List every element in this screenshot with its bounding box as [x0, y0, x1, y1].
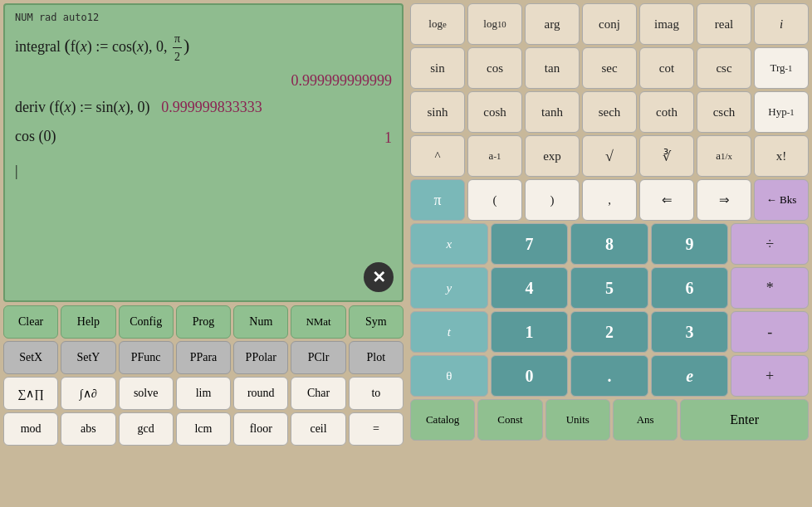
ppara-btn[interactable]: PPara [176, 341, 231, 374]
r-row-2: sin cos tan sec cot csc Trg-1 [410, 47, 809, 89]
var-theta-btn[interactable]: θ [410, 355, 488, 397]
help-btn[interactable]: Help [61, 305, 115, 339]
num2-btn[interactable]: 2 [570, 311, 648, 353]
status-bar: NUM rad auto12 [15, 12, 392, 23]
num1-btn[interactable]: 1 [491, 311, 569, 353]
nth-root-btn[interactable]: a1/x [697, 135, 751, 177]
mod-btn[interactable]: mod [3, 412, 58, 446]
solve-btn[interactable]: solve [119, 377, 174, 410]
tan-btn[interactable]: tan [525, 47, 580, 89]
power-btn[interactable]: ^ [410, 135, 465, 177]
pi-btn[interactable]: π [410, 179, 465, 221]
cos-btn[interactable]: cos [467, 47, 522, 89]
trg-inv-btn[interactable]: Trg-1 [754, 47, 809, 89]
sym-btn[interactable]: Sym [349, 305, 404, 339]
factorial-btn[interactable]: x! [754, 135, 809, 177]
subtract-btn[interactable]: - [731, 311, 809, 353]
rparen-btn[interactable]: ) [525, 179, 580, 221]
hyp-inv-btn[interactable]: Hyp-1 [754, 91, 809, 133]
plot-btn[interactable]: Plot [349, 341, 404, 374]
catalog-btn[interactable]: Catalog [410, 399, 475, 441]
comma-btn[interactable]: , [582, 179, 637, 221]
r-row-1: loge log10 arg conj imag real i [410, 3, 809, 45]
cbrt-btn[interactable]: ∛ [639, 135, 694, 177]
num8-btn[interactable]: 8 [570, 223, 648, 265]
right-arrow-btn[interactable]: ⇒ [697, 179, 751, 221]
lparen-btn[interactable]: ( [467, 179, 522, 221]
ans-btn[interactable]: Ans [613, 399, 677, 441]
log10-btn[interactable]: log10 [467, 3, 522, 45]
num3-btn[interactable]: 3 [651, 311, 729, 353]
enter-btn[interactable]: Enter [680, 399, 809, 441]
sum-btn[interactable]: ∑∧∏ [3, 377, 58, 410]
csch-btn[interactable]: csch [697, 91, 751, 133]
round-btn[interactable]: round [233, 377, 288, 410]
backspace-btn[interactable]: ← Bks [754, 179, 809, 221]
gcd-btn[interactable]: gcd [119, 412, 174, 446]
ppolar-btn[interactable]: PPolar [233, 341, 288, 374]
real-btn[interactable]: real [697, 3, 751, 45]
tanh-btn[interactable]: tanh [525, 91, 580, 133]
units-btn[interactable]: Units [545, 399, 610, 441]
cot-btn[interactable]: cot [639, 47, 694, 89]
const-btn[interactable]: Const [477, 399, 542, 441]
char-btn[interactable]: Char [291, 377, 345, 410]
r-row-3: sinh cosh tanh sech coth csch Hyp-1 [410, 91, 809, 133]
integral-btn[interactable]: ∫∧∂ [61, 377, 115, 410]
num-btn[interactable]: Num [233, 305, 288, 339]
clear-button[interactable]: ✕ [364, 262, 394, 292]
num4-btn[interactable]: 4 [491, 267, 569, 309]
sin-btn[interactable]: sin [410, 47, 465, 89]
var-x-btn[interactable]: x [410, 223, 488, 265]
sinh-btn[interactable]: sinh [410, 91, 465, 133]
r-row-7: y 4 5 6 * [410, 267, 809, 309]
lim-btn[interactable]: lim [176, 377, 231, 410]
to-btn[interactable]: to [349, 377, 404, 410]
config-btn[interactable]: Config [119, 305, 174, 339]
floor-btn[interactable]: floor [233, 412, 288, 446]
lcm-btn[interactable]: lcm [176, 412, 231, 446]
var-y-btn[interactable]: y [410, 267, 488, 309]
cosh-btn[interactable]: cosh [467, 91, 522, 133]
sec-btn[interactable]: sec [582, 47, 637, 89]
coth-btn[interactable]: coth [639, 91, 694, 133]
sech-btn[interactable]: sech [582, 91, 637, 133]
inv-btn[interactable]: a-1 [467, 135, 522, 177]
ceil-btn[interactable]: ceil [291, 412, 345, 446]
conj-btn[interactable]: conj [582, 3, 637, 45]
prog-btn[interactable]: Prog [176, 305, 231, 339]
left-arrow-btn[interactable]: ⇐ [639, 179, 694, 221]
add-btn[interactable]: + [731, 355, 809, 397]
calc-result-2: 0.999999833333 [161, 99, 262, 115]
num9-btn[interactable]: 9 [651, 223, 729, 265]
button-rows: Clear Help Config Prog Num NMat Sym SetX… [3, 302, 404, 446]
equals-btn[interactable]: = [349, 412, 404, 446]
var-t-btn[interactable]: t [410, 311, 488, 353]
num5-btn[interactable]: 5 [570, 267, 648, 309]
divide-btn[interactable]: ÷ [731, 223, 809, 265]
nmat-btn[interactable]: NMat [291, 305, 345, 339]
arg-btn[interactable]: arg [525, 3, 580, 45]
decimal-btn[interactable]: . [570, 355, 648, 397]
exp-btn[interactable]: exp [525, 135, 580, 177]
loge-btn[interactable]: loge [410, 3, 465, 45]
setx-btn[interactable]: SetX [3, 341, 58, 374]
imag-btn[interactable]: imag [639, 3, 694, 45]
pclr-btn[interactable]: PClr [291, 341, 345, 374]
num6-btn[interactable]: 6 [651, 267, 729, 309]
clear-btn[interactable]: Clear [3, 305, 58, 339]
pfunc-btn[interactable]: PFunc [119, 341, 174, 374]
csc-btn[interactable]: csc [697, 47, 751, 89]
i-btn[interactable]: i [754, 3, 809, 45]
num0-btn[interactable]: 0 [491, 355, 569, 397]
r-row-4: ^ a-1 exp √ ∛ a1/x x! [410, 135, 809, 177]
euler-btn[interactable]: e [651, 355, 729, 397]
num7-btn[interactable]: 7 [491, 223, 569, 265]
abs-btn[interactable]: abs [61, 412, 115, 446]
sety-btn[interactable]: SetY [61, 341, 115, 374]
r-row-6: x 7 8 9 ÷ [410, 223, 809, 265]
display-area: NUM rad auto12 integral (f(x) := cos(x),… [3, 3, 404, 302]
r-row-10: Catalog Const Units Ans Enter [410, 399, 809, 441]
multiply-btn[interactable]: * [731, 267, 809, 309]
sqrt-btn[interactable]: √ [582, 135, 637, 177]
